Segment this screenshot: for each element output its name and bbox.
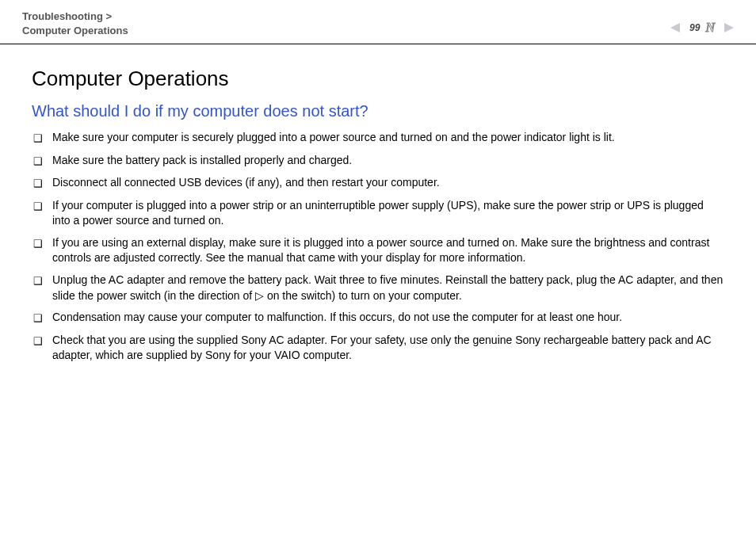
page-nav: 99 N (670, 10, 734, 35)
bullet-icon: ❑ (33, 333, 52, 349)
bullet-icon: ❑ (33, 130, 52, 147)
list-item-text: Make sure your computer is securely plug… (52, 130, 724, 146)
bullet-icon: ❑ (33, 175, 52, 192)
prev-page-icon[interactable] (670, 23, 685, 32)
list-item: ❑Disconnect all connected USB devices (i… (33, 175, 724, 192)
bullet-icon: ❑ (33, 235, 52, 252)
breadcrumb-line-2: Computer Operations (22, 24, 128, 38)
page-title: Computer Operations (32, 67, 724, 91)
list-item: ❑Check that you are using the supplied S… (33, 333, 724, 364)
bullet-icon: ❑ (33, 310, 52, 326)
list-item-text: Disconnect all connected USB devices (if… (52, 175, 724, 191)
page-header: Troubleshooting > Computer Operations 99… (0, 0, 756, 44)
page-n-suffix: N (704, 21, 715, 35)
next-page-icon[interactable] (720, 23, 734, 32)
breadcrumb-line-1: Troubleshooting > (22, 10, 128, 24)
page-number: 99 (689, 22, 700, 33)
list-item-text: Unplug the AC adapter and remove the bat… (52, 273, 724, 303)
bullet-icon: ❑ (33, 273, 52, 289)
list-item-text: Check that you are using the supplied So… (52, 333, 724, 364)
list-item: ❑Unplug the AC adapter and remove the ba… (33, 273, 724, 303)
list-item: ❑Make sure the battery pack is installed… (33, 153, 724, 170)
list-item-text: Make sure the battery pack is installed … (52, 153, 724, 169)
page-content: Computer Operations What should I do if … (0, 44, 756, 384)
list-item-text: If your computer is plugged into a power… (52, 198, 724, 229)
list-item: ❑Condensation may cause your computer to… (33, 310, 724, 326)
list-item: ❑If you are using an external display, m… (33, 235, 724, 266)
list-item-text: If you are using an external display, ma… (52, 235, 724, 266)
list-item: ❑Make sure your computer is securely plu… (33, 130, 724, 147)
breadcrumb: Troubleshooting > Computer Operations (22, 10, 128, 37)
section-subheading: What should I do if my computer does not… (32, 102, 724, 120)
svg-marker-0 (670, 23, 680, 32)
list-item-text: Condensation may cause your computer to … (52, 310, 724, 326)
svg-marker-1 (724, 23, 734, 32)
troubleshoot-list: ❑Make sure your computer is securely plu… (32, 130, 724, 364)
list-item: ❑If your computer is plugged into a powe… (33, 198, 724, 229)
bullet-icon: ❑ (33, 198, 52, 215)
bullet-icon: ❑ (33, 153, 52, 170)
